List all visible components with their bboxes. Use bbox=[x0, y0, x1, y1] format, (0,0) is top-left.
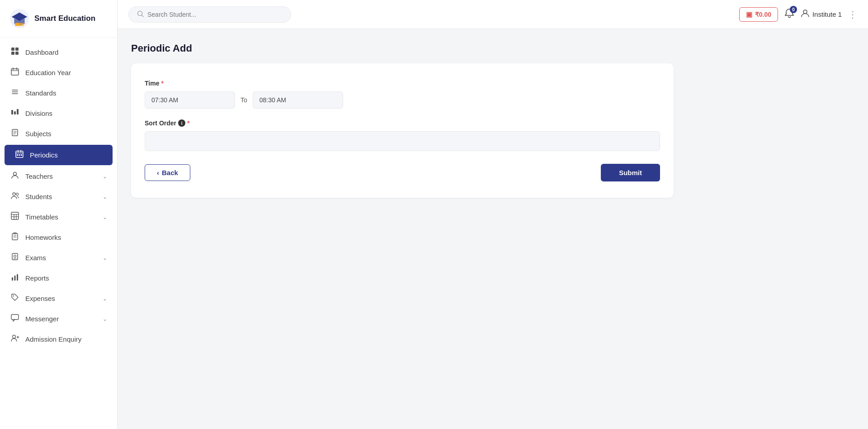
user-plus-icon bbox=[10, 334, 20, 344]
sidebar-item-students[interactable]: Students ⌄ bbox=[0, 186, 117, 207]
chevron-down-icon: ⌄ bbox=[103, 316, 107, 322]
sidebar-item-dashboard[interactable]: Dashboard bbox=[0, 42, 117, 62]
time-section: Time * To bbox=[145, 80, 660, 109]
tag-icon bbox=[10, 293, 20, 304]
wallet-button[interactable]: ▣ ₹0.00 bbox=[739, 7, 778, 22]
back-chevron-icon: ‹ bbox=[157, 169, 159, 176]
table-icon bbox=[10, 212, 20, 222]
svg-rect-46 bbox=[14, 276, 16, 281]
time-to-label: To bbox=[241, 96, 247, 104]
sidebar-item-label: Teachers bbox=[25, 172, 53, 180]
topbar: ▣ ₹0.00 0 Institute 1 ⋮ bbox=[118, 0, 868, 29]
sidebar-item-label: Homeworks bbox=[25, 234, 61, 241]
sidebar-item-messenger[interactable]: Messenger ⌄ bbox=[0, 309, 117, 329]
sidebar-item-label: Dashboard bbox=[25, 48, 58, 56]
svg-rect-9 bbox=[11, 69, 19, 75]
wallet-amount: ₹0.00 bbox=[755, 11, 771, 18]
book-icon bbox=[10, 129, 20, 139]
svg-rect-17 bbox=[14, 111, 16, 114]
sort-order-section: Sort Order i * bbox=[145, 119, 660, 151]
svg-rect-42 bbox=[12, 253, 18, 260]
svg-point-32 bbox=[16, 193, 19, 195]
svg-line-54 bbox=[142, 15, 144, 17]
sidebar-item-timetables[interactable]: Timetables ⌄ bbox=[0, 207, 117, 227]
svg-point-50 bbox=[13, 335, 16, 338]
chat-icon bbox=[10, 314, 20, 324]
svg-rect-29 bbox=[21, 154, 22, 156]
search-icon bbox=[137, 10, 144, 19]
sidebar-item-label: Standards bbox=[25, 89, 56, 97]
sidebar: Smart Education Dashboard Education Year… bbox=[0, 0, 118, 429]
chevron-down-icon: ⌄ bbox=[103, 296, 107, 302]
sidebar-item-label: Periodics bbox=[30, 151, 58, 159]
sidebar-item-education-year[interactable]: Education Year bbox=[0, 62, 117, 83]
sidebar-item-divisions[interactable]: Divisions bbox=[0, 103, 117, 124]
more-button[interactable]: ⋮ bbox=[848, 9, 857, 20]
svg-rect-33 bbox=[11, 212, 19, 219]
periodics-icon bbox=[14, 150, 24, 160]
clipboard-icon bbox=[10, 232, 20, 243]
badge-icon bbox=[10, 253, 20, 263]
search-box[interactable] bbox=[128, 6, 291, 23]
sidebar-item-periodics[interactable]: Periodics bbox=[5, 145, 113, 165]
app-logo bbox=[9, 8, 30, 29]
svg-rect-45 bbox=[12, 277, 13, 281]
notification-button[interactable]: 0 bbox=[784, 8, 794, 20]
time-row: To bbox=[145, 91, 660, 109]
person-icon bbox=[10, 171, 20, 181]
form-card: Time * To Sort Order i * bbox=[131, 63, 674, 198]
sidebar-logo: Smart Education bbox=[0, 0, 117, 38]
required-indicator: * bbox=[161, 80, 163, 87]
sidebar-item-label: Admission Enquiry bbox=[25, 335, 81, 343]
calendar-icon bbox=[10, 67, 20, 78]
svg-rect-7 bbox=[11, 52, 14, 55]
sidebar-item-subjects[interactable]: Subjects bbox=[0, 124, 117, 144]
svg-point-30 bbox=[14, 172, 17, 176]
svg-rect-47 bbox=[17, 274, 18, 281]
chevron-down-icon: ⌄ bbox=[103, 194, 107, 200]
submit-button[interactable]: Submit bbox=[601, 164, 660, 181]
sidebar-item-reports[interactable]: Reports bbox=[0, 268, 117, 288]
sort-order-input[interactable] bbox=[145, 131, 660, 151]
sidebar-item-label: Expenses bbox=[25, 295, 55, 302]
svg-rect-27 bbox=[17, 154, 18, 156]
time-label: Time * bbox=[145, 80, 660, 87]
time-from-input[interactable] bbox=[145, 91, 235, 109]
sidebar-item-standards[interactable]: Standards bbox=[0, 83, 117, 103]
user-info[interactable]: Institute 1 bbox=[801, 9, 842, 20]
sidebar-item-label: Reports bbox=[25, 274, 49, 282]
svg-point-31 bbox=[13, 193, 15, 195]
user-name: Institute 1 bbox=[812, 10, 842, 18]
svg-rect-8 bbox=[15, 52, 19, 55]
notification-badge: 0 bbox=[790, 6, 797, 13]
sidebar-item-label: Timetables bbox=[25, 213, 58, 221]
sidebar-item-teachers[interactable]: Teachers ⌄ bbox=[0, 166, 117, 186]
svg-rect-3 bbox=[15, 23, 19, 26]
sidebar-item-label: Subjects bbox=[25, 130, 52, 138]
content-area: Periodic Add Time * To Sort Order i bbox=[118, 29, 868, 429]
people-icon bbox=[10, 191, 20, 202]
sort-order-label: Sort Order i * bbox=[145, 119, 660, 127]
chart-bar-icon bbox=[10, 273, 20, 283]
time-to-input[interactable] bbox=[253, 91, 343, 109]
sidebar-item-label: Divisions bbox=[25, 110, 52, 117]
svg-rect-16 bbox=[11, 110, 13, 114]
sidebar-item-label: Education Year bbox=[25, 69, 71, 76]
list-icon bbox=[10, 88, 20, 98]
sidebar-item-homeworks[interactable]: Homeworks bbox=[0, 227, 117, 248]
svg-rect-4 bbox=[19, 23, 24, 26]
svg-rect-38 bbox=[12, 234, 18, 240]
chevron-down-icon: ⌄ bbox=[103, 173, 107, 180]
sidebar-item-admission-enquiry[interactable]: Admission Enquiry bbox=[0, 329, 117, 349]
back-button[interactable]: ‹ Back bbox=[145, 164, 190, 181]
divisions-icon bbox=[10, 108, 20, 119]
wallet-icon: ▣ bbox=[746, 10, 752, 19]
sidebar-item-expenses[interactable]: Expenses ⌄ bbox=[0, 288, 117, 309]
required-indicator: * bbox=[187, 119, 189, 127]
svg-rect-28 bbox=[19, 154, 20, 156]
sidebar-item-label: Exams bbox=[25, 254, 46, 262]
sidebar-item-exams[interactable]: Exams ⌄ bbox=[0, 248, 117, 268]
search-input[interactable] bbox=[147, 11, 283, 18]
chevron-down-icon: ⌄ bbox=[103, 214, 107, 220]
page-title: Periodic Add bbox=[131, 43, 854, 54]
